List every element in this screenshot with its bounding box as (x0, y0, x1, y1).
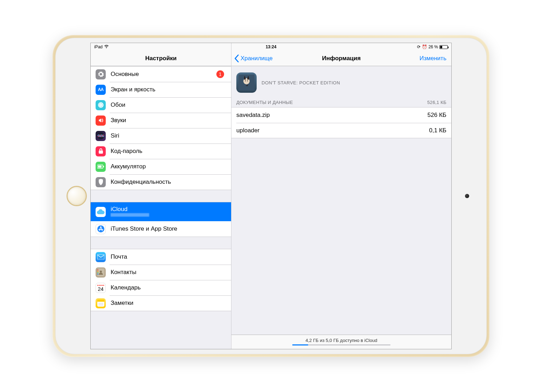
svg-rect-17 (97, 274, 98, 274)
calendar-icon: ●●●●●24 (96, 283, 106, 293)
settings-sidebar: Настройки Основные1AAЭкран и яркостьОбои… (91, 43, 231, 349)
sidebar-item-label: iTunes Store и App Store (111, 225, 226, 232)
docs-header-label: ДОКУМЕНТЫ И ДАННЫЕ (236, 100, 293, 105)
sidebar-item-sounds[interactable]: Звуки (91, 113, 231, 128)
sidebar-item-label: Аккумулятор (111, 163, 226, 170)
storage-bar (292, 344, 390, 345)
svg-point-25 (245, 80, 246, 81)
sidebar-item-sublabel (111, 213, 149, 218)
front-camera (465, 194, 469, 198)
sidebar-item-calendar[interactable]: ●●●●●24Календарь (91, 280, 231, 295)
sidebar-item-battery[interactable]: Аккумулятор (91, 159, 231, 174)
docs-total-size: 526,1 КБ (427, 100, 446, 105)
battery-percent: 26 % (429, 44, 438, 49)
app-name: DON'T STARVE: POCKET EDITION (262, 80, 340, 85)
svg-rect-16 (97, 272, 98, 273)
storage-footer: 4,2 ГБ из 5,0 ГБ доступно в iCloud (231, 335, 451, 349)
ipad-bezel: iPad 13:24 ⟳ ⏰ 26 % Настройки (55, 38, 487, 354)
chevron-left-icon (234, 55, 239, 62)
storage-footer-text: 4,2 ГБ из 5,0 ГБ доступно в iCloud (231, 338, 451, 343)
sidebar-item-itunes[interactable]: iTunes Store и App Store (91, 221, 231, 237)
wifi-icon (104, 44, 109, 49)
battery-icon (96, 162, 106, 172)
status-time: 13:24 (266, 44, 277, 49)
sidebar-item-label: Код-пароль (111, 148, 226, 155)
sidebar-item-privacy[interactable]: Конфиденциальность (91, 174, 231, 190)
sidebar-title: Настройки (145, 55, 177, 62)
back-button[interactable]: Хранилище (231, 55, 273, 62)
sidebar-item-wallpaper[interactable]: Обои (91, 97, 231, 113)
svg-rect-19 (97, 300, 104, 302)
wallpaper-icon (96, 100, 106, 110)
status-bar: iPad 13:24 ⟳ ⏰ 26 % (91, 43, 451, 51)
passcode-icon (96, 146, 106, 156)
battery-icon (439, 45, 448, 49)
sidebar-item-label: Основные (111, 71, 216, 78)
alarm-icon: ⏰ (422, 44, 427, 49)
status-carrier: iPad (94, 44, 103, 49)
sounds-icon (96, 115, 106, 126)
notification-badge: 1 (216, 70, 224, 78)
display-icon: AA (96, 85, 106, 95)
sidebar-item-mail[interactable]: Почта (91, 249, 231, 265)
siri-icon (96, 131, 106, 141)
sidebar-item-siri[interactable]: Siri (91, 128, 231, 144)
privacy-icon (96, 177, 106, 187)
screen: iPad 13:24 ⟳ ⏰ 26 % Настройки (90, 43, 452, 349)
svg-rect-9 (103, 166, 104, 167)
app-header: DON'T STARVE: POCKET EDITION (231, 66, 451, 98)
sidebar-item-label: Конфиденциальность (111, 178, 226, 186)
svg-point-26 (247, 80, 248, 81)
sidebar-item-general[interactable]: Основные1 (91, 66, 231, 82)
file-name: savedata.zip (236, 112, 270, 119)
app-icon (236, 72, 257, 93)
sidebar-item-passcode[interactable]: Код-пароль (91, 144, 231, 159)
svg-rect-8 (98, 166, 102, 168)
sidebar-item-label: Контакты (111, 269, 226, 276)
sidebar-item-label: Почта (111, 253, 226, 260)
sidebar-item-label: Звуки (111, 117, 226, 124)
svg-point-13 (100, 271, 102, 273)
svg-rect-15 (97, 271, 98, 272)
detail-title: Информация (322, 55, 361, 62)
docs-section-header: ДОКУМЕНТЫ И ДАННЫЕ 526,1 КБ (231, 98, 451, 107)
icloud-icon (96, 207, 106, 217)
sidebar-item-label: iCloud (111, 206, 149, 213)
file-row[interactable]: uploader0,1 КБ (231, 122, 451, 138)
file-name: uploader (236, 127, 259, 134)
file-size: 526 КБ (428, 112, 446, 119)
sidebar-item-label: Заметки (111, 300, 226, 307)
files-list: savedata.zip526 КБuploader0,1 КБ (231, 107, 451, 138)
orientation-lock-icon: ⟳ (417, 44, 421, 49)
sidebar-item-label: Календарь (111, 284, 226, 291)
back-label: Хранилище (241, 55, 273, 62)
edit-button[interactable]: Изменить (419, 55, 451, 62)
notes-icon (96, 298, 106, 308)
home-button[interactable] (67, 186, 87, 206)
sidebar-item-display[interactable]: AAЭкран и яркость (91, 82, 231, 97)
file-row[interactable]: savedata.zip526 КБ (231, 107, 451, 122)
svg-rect-6 (99, 150, 103, 154)
file-size: 0,1 КБ (429, 127, 446, 134)
contacts-icon (96, 267, 106, 278)
sidebar-item-label: Экран и яркость (111, 86, 226, 93)
sidebar-item-notes[interactable]: Заметки (91, 295, 231, 311)
storage-fill (292, 344, 308, 345)
svg-rect-14 (97, 270, 98, 270)
mail-icon (96, 252, 106, 262)
svg-point-1 (100, 104, 102, 106)
gear-icon (96, 69, 106, 79)
svg-rect-11 (97, 254, 104, 259)
detail-pane: Хранилище Информация Изменить (231, 43, 451, 349)
ipad-frame: iPad 13:24 ⟳ ⏰ 26 % Настройки (53, 35, 489, 357)
appstore-icon (96, 224, 106, 234)
sidebar-scroll[interactable]: Основные1AAЭкран и яркостьОбоиЗвукиSiriК… (91, 66, 231, 349)
sidebar-item-icloud[interactable]: iCloud (91, 202, 231, 221)
sidebar-item-contacts[interactable]: Контакты (91, 265, 231, 280)
sidebar-item-label: Обои (111, 102, 226, 108)
sidebar-item-label: Siri (111, 132, 226, 139)
